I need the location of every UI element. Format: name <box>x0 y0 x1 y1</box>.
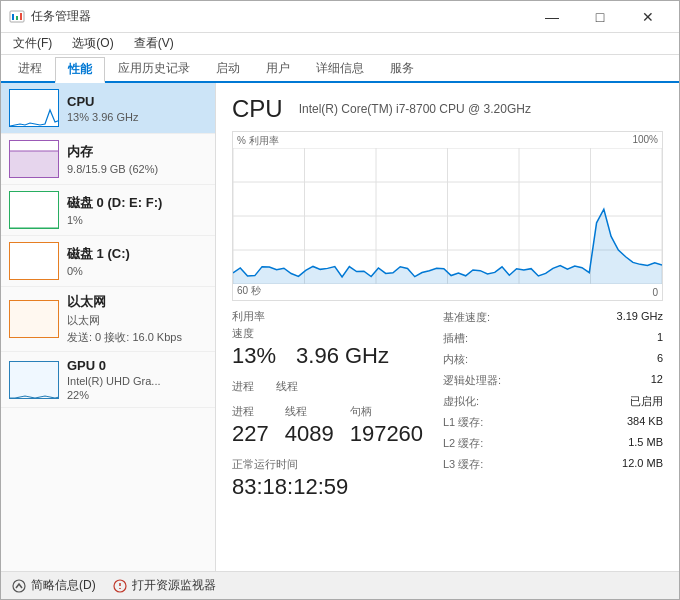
gpu-mini-chart <box>10 362 59 399</box>
chart-x-label: 60 秒 <box>237 284 261 298</box>
window-title: 任务管理器 <box>31 8 91 25</box>
net-mini-chart <box>10 301 59 338</box>
l2-label: L2 缓存: <box>443 436 483 451</box>
stat-group-proc: 进程 线程 <box>232 379 443 394</box>
gpu-info: GPU 0 Intel(R) UHD Gra... 22% <box>67 358 161 401</box>
disk0-label: 磁盘 0 (D: E: F:) <box>67 194 162 212</box>
stat-speed-value: 3.96 GHz <box>296 343 389 369</box>
virt-label: 虚拟化: <box>443 394 479 409</box>
sidebar-item-memory[interactable]: 内存 9.8/15.9 GB (62%) <box>1 134 215 185</box>
logical-value: 12 <box>651 373 663 388</box>
title-bar-left: 任务管理器 <box>9 8 91 25</box>
tab-app-history[interactable]: 应用历史记录 <box>105 55 203 81</box>
maximize-button[interactable]: □ <box>577 1 623 33</box>
monitor-label: 打开资源监视器 <box>132 577 216 594</box>
mem-info: 内存 9.8/15.9 GB (62%) <box>67 143 158 175</box>
spec-cores: 内核: 6 <box>443 351 663 368</box>
menu-bar: 文件(F) 选项(O) 查看(V) <box>1 33 679 55</box>
main-title: CPU <box>232 95 283 123</box>
svg-rect-3 <box>20 13 22 20</box>
tab-startup[interactable]: 启动 <box>203 55 253 81</box>
sockets-value: 1 <box>657 331 663 346</box>
thread-label: 线程 <box>276 379 298 394</box>
thread-lbl: 线程 <box>285 404 334 419</box>
main-panel: CPU Intel(R) Core(TM) i7-8700 CPU @ 3.20… <box>216 83 679 571</box>
l1-value: 384 KB <box>627 415 663 430</box>
util-label: 利用率 <box>232 309 265 324</box>
handles-lbl: 句柄 <box>350 404 423 419</box>
mem-detail: 9.8/15.9 GB (62%) <box>67 163 158 175</box>
net-thumbnail <box>9 300 59 338</box>
stat-group-values: 13% 3.96 GHz <box>232 343 443 369</box>
sidebar-item-disk0[interactable]: 磁盘 0 (D: E: F:) 1% <box>1 185 215 236</box>
tab-processes[interactable]: 进程 <box>5 55 55 81</box>
speed-label-inline: 速度 <box>232 326 265 341</box>
main-subtitle: Intel(R) Core(TM) i7-8700 CPU @ 3.20GHz <box>299 102 531 116</box>
sidebar: CPU 13% 3.96 GHz 内存 9.8/15.9 GB (62%) <box>1 83 216 571</box>
app-icon <box>9 9 25 25</box>
disk0-detail: 1% <box>67 214 162 226</box>
virt-value: 已启用 <box>630 394 663 409</box>
disk1-label: 磁盘 1 (C:) <box>67 245 130 263</box>
stat-processes: 进程 线程 <box>232 379 254 394</box>
uptime-value: 83:18:12:59 <box>232 474 443 500</box>
stat-uptime: 正常运行时间 83:18:12:59 <box>232 457 443 500</box>
disk1-mini-chart <box>10 243 59 280</box>
svg-point-5 <box>13 580 25 592</box>
chart-x-right: 0 <box>652 287 658 298</box>
menu-view[interactable]: 查看(V) <box>126 33 182 55</box>
disk1-thumbnail <box>9 242 59 280</box>
tab-users[interactable]: 用户 <box>253 55 303 81</box>
svg-marker-4 <box>10 151 59 178</box>
menu-file[interactable]: 文件(F) <box>5 33 60 55</box>
cores-value: 6 <box>657 352 663 367</box>
tab-services[interactable]: 服务 <box>377 55 427 81</box>
net-label: 以太网 <box>67 293 182 311</box>
mem-label: 内存 <box>67 143 158 161</box>
tab-performance[interactable]: 性能 <box>55 57 105 83</box>
chevron-up-icon <box>11 578 27 594</box>
net-detail: 发送: 0 接收: 16.0 Kbps <box>67 330 182 345</box>
stat-thread-val: 线程 4089 <box>285 404 334 447</box>
cpu-canvas <box>233 148 662 284</box>
net-info: 以太网 以太网 发送: 0 接收: 16.0 Kbps <box>67 293 182 345</box>
base-speed-label: 基准速度: <box>443 310 490 325</box>
main-header: CPU Intel(R) Core(TM) i7-8700 CPU @ 3.20… <box>232 95 663 123</box>
summary-button[interactable]: 简略信息(D) <box>11 577 96 594</box>
close-button[interactable]: ✕ <box>625 1 671 33</box>
mem-thumbnail <box>9 140 59 178</box>
minimize-button[interactable]: — <box>529 1 575 33</box>
spec-l2: L2 缓存: 1.5 MB <box>443 435 663 452</box>
sidebar-item-disk1[interactable]: 磁盘 1 (C:) 0% <box>1 236 215 287</box>
stats-left: 利用率 速度 13% 3.96 GHz <box>232 309 443 559</box>
l1-label: L1 缓存: <box>443 415 483 430</box>
monitor-icon <box>112 578 128 594</box>
tab-details[interactable]: 详细信息 <box>303 55 377 81</box>
stat-group-util-speed: 利用率 速度 <box>232 309 443 341</box>
uptime-label: 正常运行时间 <box>232 457 443 472</box>
mem-mini-chart <box>10 141 59 178</box>
sidebar-item-gpu[interactable]: GPU 0 Intel(R) UHD Gra... 22% <box>1 352 215 408</box>
chart-y-label: % 利用率 <box>237 134 279 148</box>
spec-sockets: 插槽: 1 <box>443 330 663 347</box>
svg-rect-2 <box>16 16 18 20</box>
menu-options[interactable]: 选项(O) <box>64 33 121 55</box>
content-area: CPU 13% 3.96 GHz 内存 9.8/15.9 GB (62%) <box>1 83 679 571</box>
sidebar-item-cpu[interactable]: CPU 13% 3.96 GHz <box>1 83 215 134</box>
disk0-info: 磁盘 0 (D: E: F:) 1% <box>67 194 162 226</box>
logical-label: 逻辑处理器: <box>443 373 501 388</box>
spec-logical: 逻辑处理器: 12 <box>443 372 663 389</box>
cpu-mini-chart <box>10 90 59 127</box>
proc-label: 进程 <box>232 379 254 394</box>
gpu-label: GPU 0 <box>67 358 161 373</box>
base-speed-value: 3.19 GHz <box>617 310 663 325</box>
title-bar: 任务管理器 — □ ✕ <box>1 1 679 33</box>
summary-label: 简略信息(D) <box>31 577 96 594</box>
sidebar-item-network[interactable]: 以太网 以太网 发送: 0 接收: 16.0 Kbps <box>1 287 215 352</box>
util-value: 13% <box>232 343 276 369</box>
open-monitor-button[interactable]: 打开资源监视器 <box>112 577 216 594</box>
disk0-mini-chart <box>10 192 59 229</box>
window: 任务管理器 — □ ✕ 文件(F) 选项(O) 查看(V) 进程 性能 应用历史… <box>0 0 680 600</box>
gpu-detail2: Intel(R) UHD Gra... <box>67 375 161 387</box>
spec-l1: L1 缓存: 384 KB <box>443 414 663 431</box>
